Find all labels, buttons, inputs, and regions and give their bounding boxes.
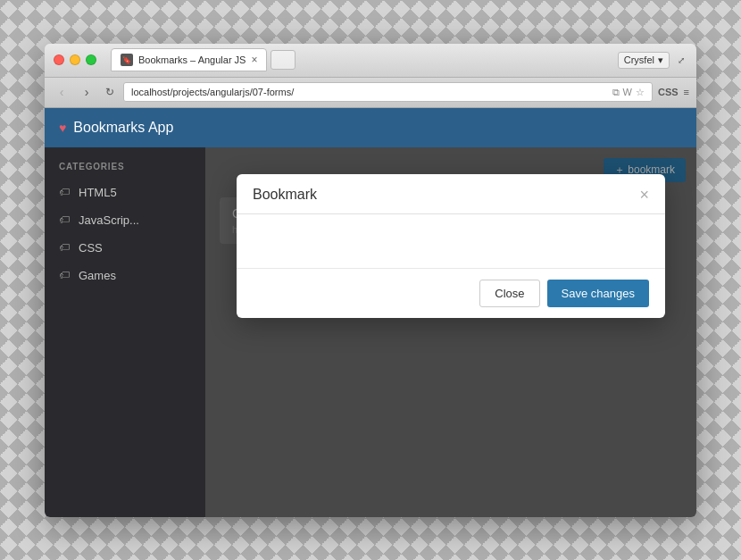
active-tab[interactable]: 🔖 Bookmarks – Angular JS ×: [111, 48, 267, 71]
modal-overlay: Bookmark × Close Save changes: [205, 147, 696, 517]
sidebar-item-label-css: CSS: [79, 241, 103, 255]
categories-label: CATEGORIES: [45, 162, 205, 179]
css-label[interactable]: CSS: [658, 87, 679, 97]
sidebar-item-javascript[interactable]: 🏷 JavaScrip...: [45, 206, 205, 234]
maximize-traffic-light[interactable]: [86, 54, 96, 65]
app-content: ♥ Bookmarks App CATEGORIES 🏷 HTML5 🏷 Jav…: [45, 108, 696, 517]
new-tab-button[interactable]: [271, 50, 296, 70]
tab-favicon: 🔖: [121, 54, 133, 66]
tag-icon-games: 🏷: [59, 269, 70, 281]
sidebar-item-games[interactable]: 🏷 Games: [45, 262, 205, 289]
sidebar-item-label-javascript: JavaScrip...: [79, 213, 139, 227]
sidebar: CATEGORIES 🏷 HTML5 🏷 JavaScrip... 🏷 CSS …: [45, 147, 205, 517]
tag-icon-html5: 🏷: [59, 186, 70, 198]
address-bar: ‹ › ↻ localhost/projects/angularjs/07-fo…: [45, 78, 696, 108]
forward-button[interactable]: ›: [77, 82, 96, 102]
readinglist-icon[interactable]: W: [623, 87, 632, 97]
minimize-traffic-light[interactable]: [70, 54, 80, 65]
sidebar-item-label-games: Games: [79, 269, 116, 282]
sidebar-item-css[interactable]: 🏷 CSS: [45, 234, 205, 262]
refresh-button[interactable]: ↻: [102, 84, 118, 100]
user-area: Crysfel ▾ ⤢: [618, 52, 687, 69]
tab-bar: 🔖 Bookmarks – Angular JS ×: [111, 48, 611, 71]
close-traffic-light[interactable]: [54, 54, 64, 65]
url-icons: ⧉ W ☆: [612, 87, 645, 98]
title-bar: 🔖 Bookmarks – Angular JS × Crysfel ▾ ⤢: [45, 44, 696, 78]
close-button[interactable]: Close: [479, 280, 539, 307]
sidebar-item-label-html5: HTML5: [79, 186, 117, 199]
tab-close-button[interactable]: ×: [251, 54, 257, 66]
user-name: Crysfel: [624, 54, 654, 65]
app-logo: ♥ Bookmarks App: [59, 120, 173, 136]
save-changes-button[interactable]: Save changes: [547, 280, 649, 307]
app-title: Bookmarks App: [73, 120, 173, 136]
traffic-lights: [54, 54, 96, 65]
tab-label: Bookmarks – Angular JS: [138, 54, 246, 65]
main-content: ＋ bookmark Card http://jessepollak.githu…: [205, 147, 696, 517]
heart-icon: ♥: [59, 121, 66, 135]
window-resize-button[interactable]: ⤢: [675, 54, 687, 66]
modal-body: [237, 214, 665, 268]
open-tab-icon[interactable]: ⧉: [612, 87, 620, 98]
modal-header: Bookmark ×: [237, 174, 665, 214]
bookmark-star-icon[interactable]: ☆: [636, 87, 645, 98]
url-bar[interactable]: localhost/projects/angularjs/07-forms/ ⧉…: [123, 82, 653, 102]
toolbar-icons: CSS ≡: [658, 87, 689, 97]
user-menu-button[interactable]: Crysfel ▾: [618, 52, 670, 69]
tag-icon-css: 🏷: [59, 241, 70, 254]
back-button[interactable]: ‹: [52, 82, 71, 102]
sidebar-item-html5[interactable]: 🏷 HTML5: [45, 179, 205, 206]
app-body: CATEGORIES 🏷 HTML5 🏷 JavaScrip... 🏷 CSS …: [45, 147, 696, 517]
modal-footer: Close Save changes: [237, 268, 665, 318]
modal-close-icon[interactable]: ×: [639, 187, 649, 203]
url-text: localhost/projects/angularjs/07-forms/: [131, 87, 294, 97]
app-header: ♥ Bookmarks App: [45, 108, 696, 147]
menu-icon[interactable]: ≡: [684, 87, 689, 97]
user-dropdown-arrow: ▾: [658, 54, 663, 66]
browser-window: 🔖 Bookmarks – Angular JS × Crysfel ▾ ⤢ ‹…: [45, 44, 696, 517]
modal-title: Bookmark: [253, 187, 317, 203]
tag-icon-javascript: 🏷: [59, 213, 70, 226]
modal-dialog: Bookmark × Close Save changes: [237, 174, 665, 318]
